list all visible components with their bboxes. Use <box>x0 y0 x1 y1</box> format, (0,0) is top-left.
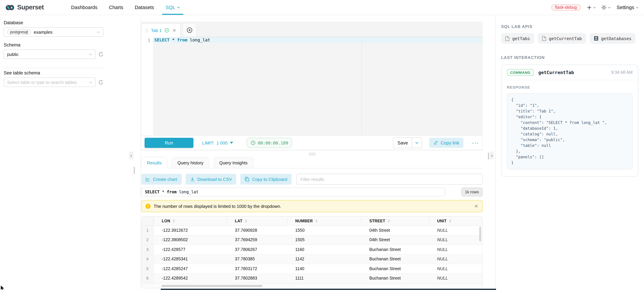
nav-datasets[interactable]: Datasets <box>129 0 160 15</box>
sort-icon[interactable] <box>245 219 247 223</box>
last-interaction-card: COMMAND getCurrentTab 9:34:48 AM RESPONS… <box>501 65 638 177</box>
nav-dashboards[interactable]: Dashboards <box>66 0 103 15</box>
sort-icon[interactable] <box>173 219 175 223</box>
sidebar-divider <box>4 68 106 68</box>
editor-tab-1[interactable]: Tab 1 ✕ <box>141 23 180 37</box>
page-icon <box>542 36 546 41</box>
navbar-right: flask-debug Settings <box>551 0 638 15</box>
tab-query-history[interactable]: Query history <box>172 157 209 168</box>
navbar: Superset Dashboards Charts Datasets SQL … <box>0 0 644 15</box>
nav-sql[interactable]: SQL <box>160 0 186 15</box>
row-index: 1 <box>142 226 154 235</box>
copy-link-button[interactable]: Copy link <box>430 138 463 148</box>
superset-logo[interactable]: Superset <box>6 0 44 15</box>
bottom-pane-edge <box>161 289 496 290</box>
tab-query-insights[interactable]: Query Insights <box>214 157 253 168</box>
table-cell: 37.7802883 <box>227 274 287 283</box>
limit-dropdown[interactable]: LIMIT: 1 000 <box>202 140 233 145</box>
table-row: 3-122.42857737.78062671160Buchanan Stree… <box>142 245 482 255</box>
table-cell: 04th Street <box>361 226 429 235</box>
schema-select[interactable]: public <box>4 49 96 59</box>
column-header-lon[interactable]: LON <box>154 217 227 225</box>
table-cell: -122.428577 <box>154 245 227 254</box>
column-header-street[interactable]: STREET <box>361 217 429 225</box>
save-options-button[interactable] <box>412 138 422 148</box>
collapse-api-panel-handle[interactable]: › <box>490 152 494 159</box>
limit-value: 1 000 <box>216 140 228 145</box>
table-cell: -122.4285341 <box>154 255 227 264</box>
chevron-down-icon <box>97 31 100 33</box>
table-cell: NULL <box>429 245 482 254</box>
download-icon <box>190 177 194 182</box>
create-chart-button[interactable]: Create chart <box>141 174 182 185</box>
collapse-sidebar-handle[interactable]: ‹ <box>129 152 134 159</box>
panel-scrollbar[interactable] <box>488 153 489 160</box>
download-csv-button[interactable]: Download to CSV <box>186 174 236 185</box>
interaction-timestamp: 9:34:48 AM <box>611 70 633 75</box>
filter-results-input[interactable] <box>296 174 482 185</box>
new-dropdown[interactable] <box>586 5 596 10</box>
table-cell: Buchanan Street <box>361 255 429 264</box>
pane-resize-handle[interactable] <box>141 150 482 157</box>
close-tab-icon[interactable]: ✕ <box>172 28 176 33</box>
table-cell: 1140 <box>287 264 361 273</box>
executed-sql: SELECT * from long_lat <box>141 188 445 196</box>
settings-menu[interactable]: Settings <box>616 5 638 10</box>
sort-icon[interactable] <box>316 219 318 223</box>
page-icon <box>505 36 510 41</box>
response-label: RESPONSE <box>507 85 632 89</box>
results-tabbar: Results Query history Query Insights <box>141 157 482 168</box>
elapsed-timer: 00:00:00.189 <box>247 138 292 148</box>
environment-badge: flask-debug <box>551 4 580 10</box>
get-current-tab-button[interactable]: getCurrentTab <box>538 33 586 44</box>
close-warning-icon[interactable]: ✕ <box>474 203 478 209</box>
table-select[interactable]: Select table or type to search tables <box>4 77 96 87</box>
column-header-lat[interactable]: LAT <box>227 217 287 225</box>
table-cell: 37.7803172 <box>227 264 287 273</box>
vertical-scrollbar-thumb[interactable] <box>479 227 481 242</box>
column-header-unit[interactable]: UNIT <box>429 217 482 225</box>
table-row: 5-122.428524737.78031721140Buchanan Stre… <box>142 264 482 274</box>
limit-label: LIMIT: <box>202 140 214 145</box>
brand-name: Superset <box>17 4 44 11</box>
api-panel-title: SQL LAB APIS <box>501 24 638 29</box>
table-row: 2-122.390850237.7694259150504th StreetNU… <box>142 235 482 245</box>
cabinet-icon <box>594 36 598 41</box>
last-interaction-title: LAST INTERACTION <box>501 55 638 60</box>
tab-results[interactable]: Results <box>141 157 167 168</box>
row-index: 5 <box>142 264 154 273</box>
main-menu: Dashboards Charts Datasets SQL <box>66 0 186 15</box>
chevron-down-icon <box>89 53 92 55</box>
database-value: examples <box>34 29 97 34</box>
database-select[interactable]: postgresql examples <box>4 27 104 37</box>
refresh-tables-icon[interactable] <box>98 80 104 85</box>
table-cell: 1550 <box>287 226 361 235</box>
superset-sql-lab: Superset Dashboards Charts Datasets SQL … <box>0 0 644 290</box>
warning-icon: ! <box>146 204 151 209</box>
run-button[interactable]: Run <box>144 138 194 148</box>
save-button[interactable]: Save <box>394 138 412 148</box>
nav-charts[interactable]: Charts <box>103 0 129 15</box>
more-actions-button[interactable]: ··· <box>472 140 479 146</box>
column-header-number[interactable]: NUMBER <box>287 217 361 225</box>
horizontal-scrollbar[interactable] <box>142 284 482 288</box>
sort-icon[interactable] <box>388 219 390 223</box>
drag-handle-icon[interactable] <box>146 29 148 32</box>
get-tabs-button[interactable]: getTabs <box>501 33 534 44</box>
refresh-schemas-icon[interactable] <box>98 52 104 57</box>
sql-editor-pane: Tab 1 ✕ 1 SELE <box>141 15 496 290</box>
results-table: LONLATNUMBERSTREETUNIT 1-122.391267237.7… <box>141 216 482 288</box>
row-index: 2 <box>142 235 154 245</box>
get-databases-button[interactable]: getDatabases <box>590 33 636 44</box>
add-tab-button[interactable] <box>182 23 197 37</box>
sidebar-scrollbar[interactable] <box>134 167 135 174</box>
sql-code-editor[interactable]: 1 SELECT * from long_lat <box>141 37 482 135</box>
copy-to-clipboard-button[interactable]: Copy to Clipboard <box>240 174 292 185</box>
drag-grip-icon <box>308 153 315 156</box>
theme-dropdown[interactable] <box>601 5 610 10</box>
content: Database postgresql examples Schema publ… <box>0 15 644 290</box>
horizontal-scrollbar-thumb[interactable] <box>162 285 262 287</box>
response-code-block: { "id": "1", "title": "Tab 1", "editor":… <box>507 93 632 169</box>
command-badge: COMMAND <box>507 69 534 76</box>
sort-icon[interactable] <box>449 219 451 223</box>
